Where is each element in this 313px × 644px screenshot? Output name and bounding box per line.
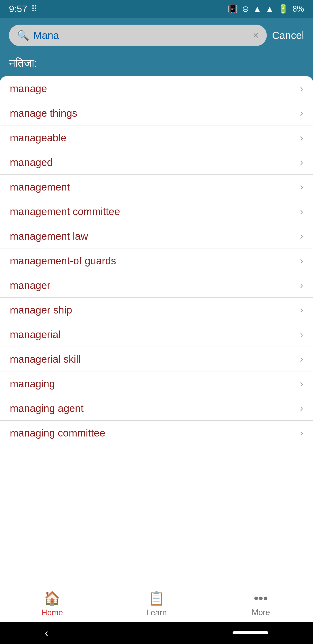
more-label: More	[252, 608, 270, 617]
result-text: manage	[10, 82, 47, 94]
result-text: manageable	[10, 132, 66, 144]
search-area: 🔍 × Cancel	[0, 18, 313, 53]
android-nav-bar: ‹	[0, 622, 313, 644]
status-time: 9:57	[9, 4, 27, 14]
cancel-button[interactable]: Cancel	[272, 27, 304, 44]
results-container: manage›manage things›manageable›managed›…	[0, 76, 313, 586]
wifi-icon: ▲	[253, 4, 262, 14]
search-box[interactable]: 🔍 ×	[9, 24, 267, 46]
bottom-nav: 🏠 Home 📋 Learn ••• More	[0, 586, 313, 622]
home-icon: 🏠	[44, 590, 60, 606]
chevron-right-icon: ›	[300, 83, 303, 94]
back-button[interactable]: ‹	[45, 626, 48, 639]
status-left: 9:57 ⠿	[9, 4, 37, 14]
grid-icon: ⠿	[31, 4, 37, 14]
result-text: managed	[10, 156, 53, 168]
result-item[interactable]: managerial skill›	[0, 347, 313, 372]
result-text: manager ship	[10, 304, 72, 316]
dnd-icon: ⊖	[242, 4, 249, 14]
chevron-right-icon: ›	[300, 132, 303, 143]
result-item[interactable]: management committee›	[0, 199, 313, 224]
chevron-right-icon: ›	[300, 157, 303, 168]
home-pill[interactable]	[233, 631, 268, 634]
result-item[interactable]: manager›	[0, 273, 313, 298]
battery-level: 8%	[293, 4, 304, 14]
vibrate-icon: 📳	[227, 4, 238, 14]
result-text: managerial	[10, 328, 61, 340]
result-item[interactable]: manageable›	[0, 126, 313, 150]
result-item[interactable]: management›	[0, 175, 313, 199]
signal-icon: ▲	[266, 4, 274, 14]
clear-icon[interactable]: ×	[253, 30, 259, 41]
result-text: managerial skill	[10, 353, 81, 365]
learn-icon: 📋	[148, 590, 165, 606]
result-text: management	[10, 181, 70, 193]
result-text: management-of guards	[10, 255, 116, 267]
result-item[interactable]: managing›	[0, 372, 313, 396]
chevron-right-icon: ›	[300, 206, 303, 217]
search-input[interactable]	[33, 29, 249, 41]
result-text: management law	[10, 230, 88, 242]
nav-item-learn[interactable]: 📋 Learn	[104, 590, 209, 618]
search-icon: 🔍	[17, 30, 29, 41]
result-text: management committee	[10, 206, 120, 218]
result-item[interactable]: management law›	[0, 224, 313, 248]
result-text: managing agent	[10, 402, 83, 414]
nav-item-home[interactable]: 🏠 Home	[0, 590, 104, 618]
result-item[interactable]: manager ship›	[0, 298, 313, 322]
chevron-right-icon: ›	[300, 108, 303, 118]
nav-item-more[interactable]: ••• More	[209, 590, 313, 617]
result-item[interactable]: managing committee›	[0, 420, 313, 445]
result-text: managing	[10, 378, 55, 390]
chevron-right-icon: ›	[300, 304, 303, 315]
result-item[interactable]: management-of guards›	[0, 248, 313, 273]
chevron-right-icon: ›	[300, 378, 303, 389]
chevron-right-icon: ›	[300, 231, 303, 242]
result-item[interactable]: managed›	[0, 150, 313, 175]
status-right: 📳 ⊖ ▲ ▲ 🔋 8%	[227, 4, 304, 14]
chevron-right-icon: ›	[300, 354, 303, 364]
chevron-right-icon: ›	[300, 280, 303, 291]
home-label: Home	[41, 608, 63, 618]
results-label: नतिजा:	[0, 53, 313, 76]
result-item[interactable]: manage things›	[0, 101, 313, 126]
chevron-right-icon: ›	[300, 403, 303, 414]
results-list: manage›manage things›manageable›managed›…	[0, 76, 313, 445]
result-item[interactable]: manage›	[0, 76, 313, 101]
chevron-right-icon: ›	[300, 428, 303, 438]
chevron-right-icon: ›	[300, 255, 303, 266]
battery-icon: 🔋	[278, 4, 289, 14]
chevron-right-icon: ›	[300, 182, 303, 192]
chevron-right-icon: ›	[300, 329, 303, 340]
learn-label: Learn	[146, 608, 167, 618]
more-icon: •••	[254, 590, 268, 606]
status-bar: 9:57 ⠿ 📳 ⊖ ▲ ▲ 🔋 8%	[0, 0, 313, 18]
result-text: manager	[10, 279, 50, 291]
result-text: manage things	[10, 107, 77, 119]
result-item[interactable]: managing agent›	[0, 396, 313, 420]
result-item[interactable]: managerial›	[0, 322, 313, 347]
result-text: managing committee	[10, 427, 105, 439]
